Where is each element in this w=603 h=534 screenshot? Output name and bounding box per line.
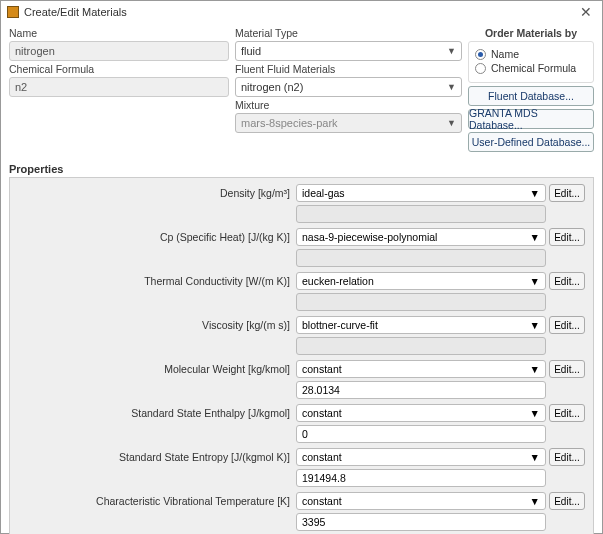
- property-value-field[interactable]: [296, 293, 546, 311]
- chevron-down-icon: ▼: [447, 82, 456, 92]
- property-row: Cp (Specific Heat) [J/(kg K)]nasa-9-piec…: [18, 228, 585, 246]
- edit-button[interactable]: Edit...: [549, 316, 585, 334]
- order-by-title: Order Materials by: [468, 27, 594, 39]
- properties-title: Properties: [9, 163, 594, 175]
- property-method-combo[interactable]: eucken-relation▼: [296, 272, 546, 290]
- property-value-row: 28.0134: [18, 381, 585, 399]
- chevron-down-icon: ▼: [530, 319, 540, 331]
- property-value-field[interactable]: [296, 337, 546, 355]
- titlebar: Create/Edit Materials ✕: [1, 1, 602, 23]
- property-label: Standard State Enthalpy [J/kgmol]: [18, 407, 296, 419]
- user-database-button[interactable]: User-Defined Database...: [468, 132, 594, 152]
- property-method-combo[interactable]: blottner-curve-fit▼: [296, 316, 546, 334]
- name-label: Name: [9, 27, 229, 39]
- chevron-down-icon: ▼: [530, 451, 540, 463]
- chevron-down-icon: ▼: [530, 231, 540, 243]
- window-title: Create/Edit Materials: [24, 6, 127, 18]
- property-row: Characteristic Vibrational Temperature […: [18, 492, 585, 510]
- property-value-field[interactable]: 3395: [296, 513, 546, 531]
- dialog-create-edit-materials: Create/Edit Materials ✕ Name nitrogen Ch…: [0, 0, 603, 534]
- edit-button[interactable]: Edit...: [549, 360, 585, 378]
- material-type-label: Material Type: [235, 27, 462, 39]
- edit-button[interactable]: Edit...: [549, 228, 585, 246]
- property-row: Molecular Weight [kg/kmol]constant▼Edit.…: [18, 360, 585, 378]
- fluent-materials-label: Fluent Fluid Materials: [235, 63, 462, 75]
- property-row: Thermal Conductivity [W/(m K)]eucken-rel…: [18, 272, 585, 290]
- property-method-combo[interactable]: ideal-gas▼: [296, 184, 546, 202]
- property-label: Density [kg/m³]: [18, 187, 296, 199]
- app-icon: [7, 6, 19, 18]
- chevron-down-icon: ▼: [530, 275, 540, 287]
- chevron-down-icon: ▼: [530, 363, 540, 375]
- property-value-field[interactable]: 191494.8: [296, 469, 546, 487]
- property-label: Viscosity [kg/(m s)]: [18, 319, 296, 331]
- chevron-down-icon: ▼: [447, 118, 456, 128]
- property-value-field[interactable]: 28.0134: [296, 381, 546, 399]
- property-value-row: [18, 293, 585, 311]
- radio-icon: [475, 49, 486, 60]
- edit-button[interactable]: Edit...: [549, 404, 585, 422]
- property-method-combo[interactable]: nasa-9-piecewise-polynomial▼: [296, 228, 546, 246]
- edit-button[interactable]: Edit...: [549, 184, 585, 202]
- property-row: Standard State Entropy [J/(kgmol K)]cons…: [18, 448, 585, 466]
- chevron-down-icon: ▼: [530, 407, 540, 419]
- material-type-combo[interactable]: fluid▼: [235, 41, 462, 61]
- chevron-down-icon: ▼: [530, 187, 540, 199]
- property-row: Density [kg/m³]ideal-gas▼Edit...: [18, 184, 585, 202]
- property-value-field[interactable]: [296, 249, 546, 267]
- fluent-materials-combo[interactable]: nitrogen (n2)▼: [235, 77, 462, 97]
- property-method-combo[interactable]: constant▼: [296, 360, 546, 378]
- property-method-combo[interactable]: constant▼: [296, 448, 546, 466]
- order-by-formula-radio[interactable]: Chemical Formula: [475, 62, 587, 74]
- mixture-combo[interactable]: mars-8species-park▼: [235, 113, 462, 133]
- property-label: Standard State Entropy [J/(kgmol K)]: [18, 451, 296, 463]
- property-label: Molecular Weight [kg/kmol]: [18, 363, 296, 375]
- chevron-down-icon: ▼: [530, 495, 540, 507]
- properties-panel: Density [kg/m³]ideal-gas▼Edit...Cp (Spec…: [9, 177, 594, 534]
- chevron-down-icon: ▼: [447, 46, 456, 56]
- granta-database-button[interactable]: GRANTA MDS Database...: [468, 109, 594, 129]
- property-value-row: [18, 337, 585, 355]
- property-label: Characteristic Vibrational Temperature […: [18, 495, 296, 507]
- property-value-row: [18, 205, 585, 223]
- edit-button[interactable]: Edit...: [549, 448, 585, 466]
- property-method-combo[interactable]: constant▼: [296, 404, 546, 422]
- name-field[interactable]: nitrogen: [9, 41, 229, 61]
- formula-field[interactable]: n2: [9, 77, 229, 97]
- radio-icon: [475, 63, 486, 74]
- property-row: Viscosity [kg/(m s)]blottner-curve-fit▼E…: [18, 316, 585, 334]
- property-value-field[interactable]: 0: [296, 425, 546, 443]
- mixture-label: Mixture: [235, 99, 462, 111]
- fluent-database-button[interactable]: Fluent Database...: [468, 86, 594, 106]
- formula-label: Chemical Formula: [9, 63, 229, 75]
- property-value-field[interactable]: [296, 205, 546, 223]
- edit-button[interactable]: Edit...: [549, 492, 585, 510]
- property-value-row: 191494.8: [18, 469, 585, 487]
- close-icon[interactable]: ✕: [576, 4, 596, 20]
- property-value-row: [18, 249, 585, 267]
- property-label: Thermal Conductivity [W/(m K)]: [18, 275, 296, 287]
- property-value-row: 3395: [18, 513, 585, 531]
- property-value-row: 0: [18, 425, 585, 443]
- property-label: Cp (Specific Heat) [J/(kg K)]: [18, 231, 296, 243]
- order-by-box: Name Chemical Formula: [468, 41, 594, 83]
- edit-button[interactable]: Edit...: [549, 272, 585, 290]
- order-by-name-radio[interactable]: Name: [475, 48, 587, 60]
- property-row: Standard State Enthalpy [J/kgmol]constan…: [18, 404, 585, 422]
- property-method-combo[interactable]: constant▼: [296, 492, 546, 510]
